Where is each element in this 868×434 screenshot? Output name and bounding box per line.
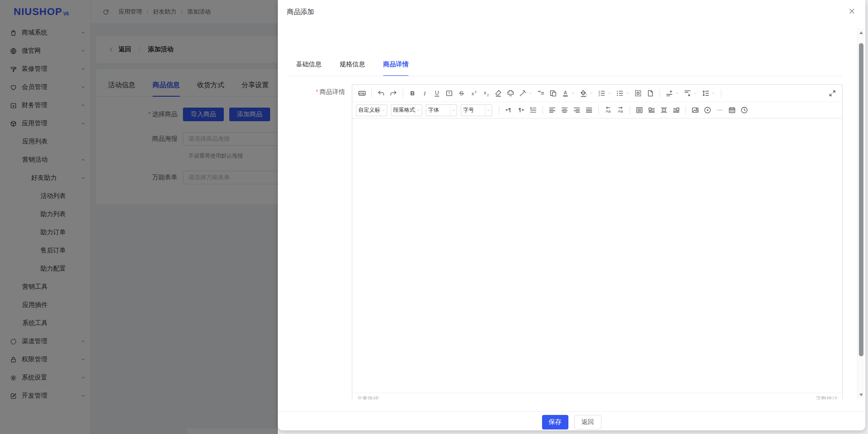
superscript-icon: x2	[469, 89, 478, 98]
scroll-up-arrow[interactable]	[859, 31, 863, 34]
paragraph-spacing-top-button[interactable]	[663, 88, 681, 99]
align-center-icon	[560, 106, 569, 114]
svg-text:2: 2	[475, 90, 477, 94]
image-block-icon	[635, 106, 644, 114]
scroll-down-arrow[interactable]	[859, 394, 863, 396]
svg-text:U: U	[435, 90, 439, 96]
toolbar-divider	[598, 106, 599, 114]
align-left-button[interactable]	[546, 104, 558, 116]
align-center-button[interactable]	[558, 104, 571, 116]
ltr-paragraph-button[interactable]: ¶	[503, 104, 515, 116]
underline-button[interactable]: U	[431, 88, 443, 99]
chevron-down-icon	[416, 108, 421, 113]
format-painter-button[interactable]	[504, 88, 517, 99]
insert-calendar-icon	[728, 106, 736, 114]
undo-icon	[377, 89, 385, 98]
save-button[interactable]: 保存	[542, 415, 568, 429]
font-size-select[interactable]: 字号	[461, 104, 492, 116]
paragraph-format-select[interactable]: 段落格式	[391, 104, 422, 116]
undo-button[interactable]	[375, 88, 387, 99]
dialog-tab-0[interactable]: 基础信息	[296, 60, 321, 76]
dialog-tab-1[interactable]: 规格信息	[340, 60, 365, 76]
dialog-tab-2[interactable]: 商品详情	[383, 60, 409, 76]
aa-arrow-right-button[interactable]: Aa	[614, 104, 626, 116]
inline-title-button[interactable]: T	[443, 88, 455, 99]
chevron-down-icon	[415, 105, 422, 116]
scrollbar-thumb[interactable]	[859, 43, 863, 356]
superscript-button[interactable]: x2	[468, 88, 480, 99]
align-right-button[interactable]	[571, 104, 583, 116]
ordered-list-button[interactable]: 123	[596, 88, 614, 99]
svg-text:I: I	[423, 90, 426, 97]
select-all-button[interactable]	[632, 88, 644, 99]
insert-video-button[interactable]	[701, 104, 714, 116]
image-wrap-left-button[interactable]	[646, 104, 658, 116]
svg-text:“: “	[538, 89, 541, 96]
redo-button[interactable]	[387, 88, 399, 99]
image-center-button[interactable]	[658, 104, 670, 116]
return-button[interactable]: 返回	[574, 415, 602, 429]
highlight-color-button[interactable]	[577, 88, 596, 99]
insert-clock-button[interactable]	[738, 104, 750, 116]
paragraph-spacing-bottom-button[interactable]	[681, 88, 700, 99]
rich-text-editor: HTMLBIUTSx2x2“A123 自定义标题段落格式字体字号¶¶AaAa 元…	[352, 84, 843, 399]
toolbar-divider	[371, 89, 372, 98]
font-color-button[interactable]: A	[559, 88, 577, 99]
first-line-indent-icon	[529, 106, 538, 114]
insert-image-button[interactable]	[689, 104, 701, 116]
subscript-button[interactable]: x2	[480, 88, 492, 99]
image-block-button[interactable]	[633, 104, 646, 116]
chevron-down-icon	[528, 91, 533, 96]
new-page-icon	[646, 89, 655, 98]
align-justify-button[interactable]	[583, 104, 595, 116]
paragraph-spacing-bottom-icon	[683, 89, 692, 98]
image-wrap-left-icon	[647, 106, 656, 114]
image-wrap-right-button[interactable]	[670, 104, 682, 116]
first-line-indent-button[interactable]	[527, 104, 539, 116]
font-family-select[interactable]: 字体	[426, 104, 457, 116]
unordered-list-button[interactable]	[614, 88, 632, 99]
clear-format-icon	[494, 89, 503, 98]
chevron-down-icon	[607, 91, 612, 96]
modal-wrapper: 商品添加 基础信息规格信息商品详情 *商品详情 HTMLBIUTSx2x2“A1…	[278, 0, 868, 434]
source-code-button[interactable]: HTML	[356, 88, 368, 99]
image-wrap-right-icon	[672, 106, 681, 114]
italic-button[interactable]: I	[419, 88, 431, 99]
fullscreen-button[interactable]	[826, 88, 838, 99]
aa-arrow-left-button[interactable]: Aa	[602, 104, 614, 116]
toolbar-divider	[660, 89, 660, 98]
clear-format-button[interactable]	[492, 88, 504, 99]
strikethrough-button[interactable]: S	[455, 88, 468, 99]
svg-text:¶: ¶	[518, 108, 521, 113]
editor-content-area[interactable]	[352, 118, 842, 393]
aa-arrow-left-icon: Aa	[604, 106, 612, 114]
rtl-paragraph-button[interactable]: ¶	[515, 104, 527, 116]
editor-toolbar-row2: 自定义标题段落格式字体字号¶¶AaAa	[352, 102, 842, 118]
insert-calendar-button[interactable]	[726, 104, 738, 116]
chevron-down-icon	[381, 108, 386, 113]
dialog-scrollbar[interactable]	[857, 28, 864, 399]
toolbar-divider	[630, 106, 630, 114]
svg-text:¶: ¶	[508, 108, 511, 113]
font-family-select-value: 字体	[426, 106, 450, 114]
custom-title-select[interactable]: 自定义标题	[356, 104, 387, 116]
horizontal-rule-button	[714, 104, 726, 116]
underline-icon: U	[433, 89, 441, 98]
inline-title-icon: T	[445, 89, 454, 98]
chevron-down-icon	[675, 91, 680, 96]
blockquote-button[interactable]: “	[535, 88, 547, 99]
paragraph-format-select-value: 段落格式	[391, 106, 415, 114]
required-asterisk: *	[316, 88, 318, 95]
close-icon[interactable]	[848, 7, 856, 15]
svg-text:Aa: Aa	[606, 109, 611, 113]
paste-button[interactable]	[547, 88, 559, 99]
line-height-button[interactable]	[700, 88, 718, 99]
auto-typeset-button[interactable]	[517, 88, 535, 99]
element-path-label: 元素路径:	[357, 395, 380, 399]
new-page-button[interactable]	[644, 88, 656, 99]
bold-button[interactable]: B	[406, 88, 419, 99]
toolbar-divider	[721, 89, 721, 98]
italic-icon: I	[420, 89, 429, 98]
svg-text:x: x	[472, 91, 474, 96]
aa-arrow-right-icon: Aa	[616, 106, 625, 114]
